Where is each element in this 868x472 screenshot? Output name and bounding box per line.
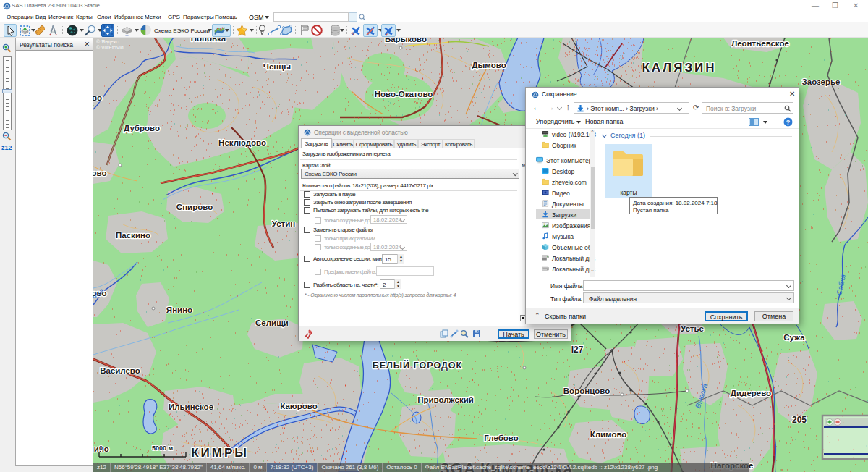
svg-text:БЕЛЫЙ ГОРОДОК: БЕЛЫЙ ГОРОДОК [373,360,462,371]
svg-text:Ильинское: Ильинское [169,403,213,411]
svg-text:Леонтьевское: Леонтьевское [731,39,789,48]
svg-text:Неклюдово: Неклюдово [218,138,266,147]
svg-text:© VotEtoVid: © VotEtoVid [96,45,124,50]
svg-text:Каюрово: Каюрово [280,402,317,410]
svg-text:Селищи: Селищи [255,319,289,327]
svg-text:Заозерье: Заозерье [802,77,841,86]
svg-text:Воронцово: Воронцово [563,387,610,395]
svg-text:КАЛЯЗИН: КАЛЯЗИН [642,61,716,75]
svg-text:© Яндекс: © Яндекс [96,39,119,45]
svg-text:Дуброво: Дуброво [124,124,160,132]
svg-text:Ченцы: Ченцы [263,62,291,71]
svg-text:5000 м: 5000 м [152,444,174,452]
svg-text:Барыково: Барыково [385,38,427,43]
svg-text:Янино: Янино [166,305,192,314]
svg-text:I27: I27 [571,345,584,355]
svg-text:Глебово: Глебово [484,434,518,442]
svg-text:0: 0 [99,444,103,452]
svg-text:Спирово: Спирово [176,203,213,211]
svg-text:во: во [93,93,102,102]
svg-text:Приволжский: Приволжский [417,395,474,404]
svg-text:Дидерево: Дидерево [731,389,771,397]
svg-text:?: ? [786,119,791,126]
svg-text:Паскино: Паскино [116,231,150,240]
svg-text:КИМРЫ: КИМРЫ [191,446,249,460]
svg-text:Климово: Климово [590,430,627,439]
svg-text:Устин: Устин [272,219,296,228]
svg-text:205: 205 [792,415,807,425]
svg-text:Поповка: Поповка [191,38,226,43]
svg-text:Устье: Устье [681,324,704,333]
svg-text:ово: ово [93,169,106,177]
svg-text:Василево: Василево [100,366,140,375]
svg-text:Сужа: Сужа [783,333,805,342]
svg-text:Дымово: Дымово [472,61,506,69]
svg-text:Ново-Окатово: Ново-Окатово [375,90,433,98]
